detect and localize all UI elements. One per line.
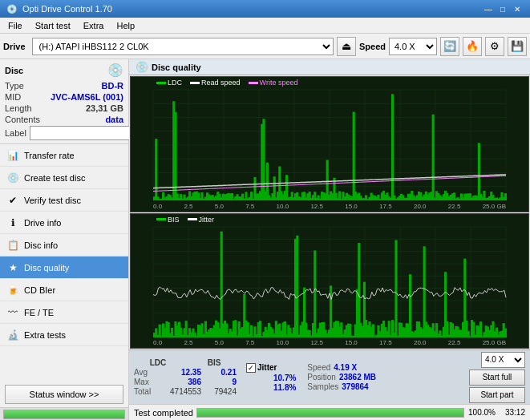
content-area: 💿 Disc quality LDC Read speed — [129, 59, 530, 420]
x-25: 25.0 GB — [483, 203, 506, 210]
max-jitter: 11.8% — [273, 383, 296, 392]
type-value: BD-R — [102, 81, 124, 91]
start-full-button[interactable]: Start full — [469, 370, 525, 386]
minimize-button[interactable]: — — [482, 2, 495, 15]
drive-select[interactable]: (H:) ATAPI iHBS112 2 CL0K — [32, 38, 334, 55]
top-chart: LDC Read speed Write speed 400 350 300 — [130, 76, 529, 212]
sidebar-item-label: Transfer rate — [24, 151, 75, 160]
sidebar: Disc 💿 Type BD-R MID JVC-AMS6L (001) Len… — [0, 59, 129, 420]
sidebar-item-cd-bier[interactable]: 🍺 CD BIer — [0, 279, 128, 301]
extra-tests-icon: 🔬 — [6, 329, 19, 341]
sidebar-progress — [0, 407, 128, 420]
menubar: File Start test Extra Help — [0, 18, 530, 34]
time-display: 33:12 — [505, 408, 525, 417]
max-bis: 9 — [204, 378, 237, 386]
stats-bar: LDC BIS Avg 12.35 0.21 Max 386 9 Total 4… — [129, 349, 530, 404]
read-speed-legend: Read speed — [201, 79, 241, 87]
speed-select[interactable]: 4.0 X — [389, 38, 437, 55]
disc-quality-header: 💿 Disc quality — [129, 59, 530, 75]
samples-value: 379864 — [342, 382, 368, 391]
sidebar-item-extra-tests[interactable]: 🔬 Extra tests — [0, 324, 128, 346]
x-22.5: 22.5 — [448, 203, 461, 210]
mid-label: MID — [5, 92, 21, 102]
drive-label: Drive — [3, 42, 26, 51]
menu-start-test[interactable]: Start test — [30, 19, 75, 32]
menu-extra[interactable]: Extra — [79, 19, 109, 32]
x-12.5: 12.5 — [310, 203, 323, 210]
top-chart-canvas — [131, 77, 528, 212]
x-5: 5.0 — [215, 203, 224, 210]
save-button[interactable]: 💾 — [508, 37, 527, 56]
verify-test-disc-icon: ✔ — [6, 194, 19, 207]
x-0: 0.0 — [153, 203, 162, 210]
sidebar-item-label: Drive info — [24, 218, 61, 228]
sidebar-item-disc-quality[interactable]: ★ Disc quality — [0, 256, 128, 279]
status-progress-fill — [197, 409, 463, 417]
settings-button[interactable]: ⚙ — [485, 37, 504, 56]
total-ldc: 4714553 — [161, 387, 201, 396]
speed-label: Speed — [359, 42, 386, 51]
jitter-legend: Jitter — [199, 216, 215, 224]
sidebar-item-label: FE / TE — [24, 308, 54, 317]
bottom-chart: BIS Jitter 10 9 8 7 6 5 4 3 — [130, 213, 529, 349]
x-10: 10.0 — [277, 203, 289, 210]
samples-label: Samples — [307, 382, 338, 391]
start-part-button[interactable]: Start part — [469, 387, 525, 403]
titlebar-controls: — □ ✕ — [482, 2, 524, 15]
sidebar-item-drive-info[interactable]: ℹ Drive info — [0, 212, 128, 234]
app-title: Opti Drive Control 1.70 — [22, 4, 112, 14]
menu-file[interactable]: File — [3, 19, 27, 32]
menu-help[interactable]: Help — [111, 19, 140, 32]
titlebar: 💿 Opti Drive Control 1.70 — □ ✕ — [0, 0, 530, 18]
sidebar-item-label: Extra tests — [24, 330, 66, 340]
max-ldc: 386 — [161, 378, 201, 386]
mid-value: JVC-AMS6L (001) — [51, 92, 123, 102]
jitter-checkbox[interactable]: ✓ — [246, 363, 256, 373]
disc-quality-icon: ★ — [6, 261, 19, 274]
bottom-chart-canvas — [131, 214, 528, 349]
avg-ldc: 12.35 — [161, 368, 201, 377]
toolbar: Drive (H:) ATAPI iHBS112 2 CL0K ⏏ Speed … — [0, 34, 530, 59]
action-section: 4.0 X Start full Start part — [469, 352, 525, 403]
sidebar-item-transfer-rate[interactable]: 📊 Transfer rate — [0, 144, 128, 167]
max-label: Max — [134, 378, 158, 386]
x-7.5: 7.5 — [245, 203, 254, 210]
progress-text: 100.0% — [467, 408, 496, 417]
length-value: 23,31 GB — [86, 103, 123, 113]
x-17.5: 17.5 — [379, 203, 392, 210]
progress-bar-fill — [4, 410, 124, 418]
sidebar-item-verify-test-disc[interactable]: ✔ Verify test disc — [0, 189, 128, 212]
status-progress-bar — [196, 408, 464, 418]
sidebar-item-disc-info[interactable]: 📋 Disc info — [0, 234, 128, 256]
bis-legend: BIS — [168, 216, 180, 224]
refresh-button[interactable]: 🔄 — [440, 37, 459, 56]
burn-button[interactable]: 🔥 — [463, 37, 482, 56]
sidebar-item-create-test-disc[interactable]: 💿 Create test disc — [0, 167, 128, 189]
transfer-rate-icon: 📊 — [6, 149, 19, 162]
eject-button[interactable]: ⏏ — [337, 37, 356, 56]
jitter-col-header: Jitter — [257, 363, 277, 372]
stats-ldc-bis: LDC BIS Avg 12.35 0.21 Max 386 9 Total 4… — [134, 358, 237, 396]
max-jitter-label — [246, 383, 270, 392]
bis-header: BIS — [198, 358, 230, 367]
contents-value: data — [105, 115, 123, 124]
x-15: 15.0 — [345, 203, 358, 210]
length-label: Length — [5, 103, 32, 113]
maximize-button[interactable]: □ — [496, 2, 509, 15]
speed-dropdown[interactable]: 4.0 X — [481, 352, 525, 368]
cd-bier-icon: 🍺 — [6, 284, 19, 297]
disc-panel-title: Disc — [5, 66, 23, 75]
total-bis: 79424 — [204, 387, 237, 396]
fe-te-icon: 〰 — [6, 306, 19, 319]
close-button[interactable]: ✕ — [511, 2, 524, 15]
status-window-button[interactable]: Status window >> — [5, 385, 123, 404]
x-20: 20.0 — [414, 203, 427, 210]
disc-panel-icon: 💿 — [107, 63, 123, 78]
label-input[interactable] — [30, 126, 136, 140]
sidebar-item-fe-te[interactable]: 〰 FE / TE — [0, 301, 128, 324]
disc-label-label: Label — [5, 128, 26, 138]
sidebar-menu: 📊 Transfer rate 💿 Create test disc ✔ Ver… — [0, 144, 128, 382]
disc-info-icon: 📋 — [6, 239, 19, 252]
ldc-header: LDC — [134, 358, 182, 367]
position-value: 23862 MB — [339, 373, 376, 382]
